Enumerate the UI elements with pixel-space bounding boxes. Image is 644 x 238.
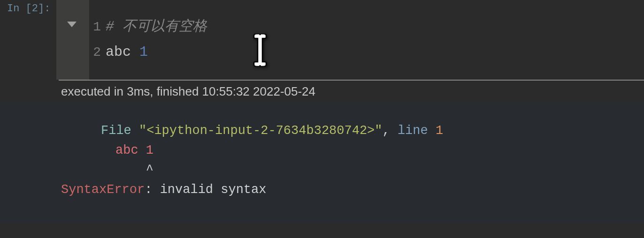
file-label: File: [101, 124, 131, 138]
caret-indicator: ^: [146, 163, 153, 177]
notebook-cell: In [2]: 1 # 不可以有空格 2 abc 1: [0, 0, 644, 79]
quote: ": [375, 124, 382, 138]
code-line: 2 abc 1: [56, 39, 644, 65]
code-statement: abc 1: [106, 39, 148, 65]
separator: ,: [383, 124, 398, 138]
number-literal: 1: [139, 44, 148, 60]
output-area: File "<ipython-input-2-7634b3280742>", l…: [0, 103, 644, 223]
traceback-code-line: abc 1: [61, 141, 644, 161]
text-cursor-icon: [251, 34, 269, 67]
line-number-value: 1: [436, 124, 443, 138]
error-type: SyntaxError: [61, 183, 145, 197]
identifier: abc: [106, 44, 131, 60]
line-number: 1: [56, 15, 106, 40]
quote: ": [131, 124, 146, 138]
traceback-caret-line: ^: [61, 161, 644, 180]
filename: <ipython-input-2-7634b3280742>: [146, 124, 375, 138]
code-line: 1 # 不可以有空格: [56, 14, 644, 39]
traceback-file-line: File "<ipython-input-2-7634b3280742>", l…: [61, 121, 644, 141]
line-number: 2: [56, 40, 106, 65]
line-keyword: line: [398, 124, 436, 138]
error-message: invalid syntax: [160, 183, 267, 197]
traceback-error-line: SyntaxError: invalid syntax: [61, 180, 644, 200]
error-source: abc 1: [115, 143, 153, 157]
input-prompt: In [2]:: [7, 3, 50, 15]
error-separator: :: [145, 183, 160, 197]
code-editor[interactable]: 1 # 不可以有空格 2 abc 1: [56, 0, 644, 79]
code-comment: # 不可以有空格: [106, 14, 207, 39]
execution-info: executed in 3ms, finished 10:55:32 2022-…: [61, 81, 644, 103]
